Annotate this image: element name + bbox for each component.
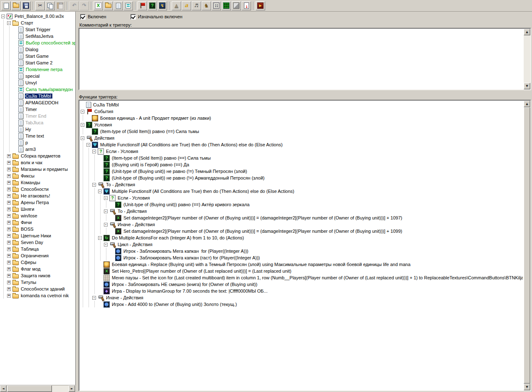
tree-item[interactable]: Time text <box>1 133 75 139</box>
function-node[interactable]: (Item-type of (Sold Item)) равно (==) Си… <box>80 155 523 161</box>
expand-icon[interactable]: + <box>7 187 11 191</box>
collapse-icon[interactable]: - <box>81 123 84 127</box>
functions-scrollbar[interactable] <box>524 101 530 390</box>
tree-item[interactable]: +Магазины и предметы <box>1 166 75 173</box>
tree-item[interactable]: arm3 <box>1 146 75 153</box>
tree-item[interactable]: +Фиксы <box>1 173 75 179</box>
function-node[interactable]: -Иначе - Действия <box>80 294 523 301</box>
collapse-icon[interactable]: - <box>92 150 96 153</box>
trigger-editor-button[interactable] <box>182 1 191 10</box>
horizontal-scrollbar-thumb[interactable] <box>7 385 52 392</box>
tree-item[interactable]: +BOSS <box>1 226 75 232</box>
tree-item[interactable]: APMAGEDDOH <box>1 99 75 106</box>
collapse-icon[interactable]: - <box>104 243 108 247</box>
expand-icon[interactable]: + <box>7 241 11 244</box>
tree-item[interactable]: Выбор способностей зр <box>1 39 75 46</box>
tree-item[interactable]: +Флаг мод <box>1 266 75 272</box>
tree-item[interactable]: SetMasJertva <box>1 33 75 39</box>
function-node[interactable]: -Multiple FunctionsIf (All Conditions ar… <box>80 188 523 195</box>
function-node[interactable]: Боевая единица - A unit Продает предмет … <box>80 115 523 121</box>
expand-icon[interactable]: + <box>7 267 11 271</box>
tree-item[interactable]: +Цветные Ники <box>1 232 75 239</box>
scroll-down-button[interactable] <box>524 83 530 89</box>
tree-item[interactable]: +Таблица <box>1 246 75 252</box>
tree-item[interactable]: +komanda na cvetnoi nik <box>1 292 75 299</box>
collapse-icon[interactable]: - <box>104 223 108 227</box>
import-manager-button[interactable] <box>241 1 251 10</box>
function-node[interactable]: -Действия <box>80 135 523 141</box>
function-node[interactable]: (Unit-type of (Buying unit)) равно (==) … <box>80 201 523 208</box>
tree-item[interactable]: +Ограничения <box>1 252 75 259</box>
new-condition-button[interactable] <box>148 1 157 10</box>
comment-scrollbar[interactable] <box>524 29 530 89</box>
expand-icon[interactable]: + <box>7 294 11 298</box>
tree-item[interactable]: +Защита ников <box>1 272 75 279</box>
tree-item[interactable]: Сила тьмы/армагедон <box>1 86 75 93</box>
tree-item[interactable]: -Старт <box>1 20 75 26</box>
collapse-icon[interactable]: - <box>104 196 108 200</box>
new-trigger-button[interactable] <box>113 1 123 10</box>
terrain-editor-button[interactable] <box>172 1 181 10</box>
tree-item[interactable]: +Способности <box>1 186 75 192</box>
expand-icon[interactable]: + <box>7 281 11 284</box>
sidebar-horizontal-scrollbar[interactable] <box>0 385 76 392</box>
expand-icon[interactable]: + <box>7 214 11 218</box>
tree-item[interactable]: Timer End <box>1 113 75 119</box>
collapse-icon[interactable]: - <box>86 143 90 147</box>
open-button[interactable] <box>11 1 21 10</box>
function-node[interactable]: -Multiple FunctionsIf (All Conditions ar… <box>80 141 523 148</box>
expand-icon[interactable]: + <box>7 194 11 198</box>
collapse-icon[interactable]: - <box>81 136 84 140</box>
function-node[interactable]: -События <box>80 108 523 115</box>
campaign-editor-button[interactable] <box>212 1 221 10</box>
tree-item[interactable]: Unvyl <box>1 79 75 86</box>
function-node[interactable]: -То - Действия <box>80 208 523 214</box>
tree-item[interactable]: +win/lose <box>1 212 75 219</box>
function-node[interactable]: Set Hero_Petro[(Player number of (Owner … <box>80 268 523 274</box>
tree-item[interactable]: special <box>1 73 75 79</box>
tree-item[interactable]: +Способности зданий <box>1 286 75 292</box>
expand-icon[interactable]: + <box>7 201 11 205</box>
function-node[interactable]: -Если - Условия <box>80 195 523 201</box>
scroll-left-button[interactable] <box>0 385 7 392</box>
tree-item[interactable]: Timer <box>1 106 75 113</box>
collapse-icon[interactable]: - <box>92 296 96 300</box>
tree-item[interactable]: Start Trigger <box>1 26 75 33</box>
expand-icon[interactable]: + <box>7 161 11 165</box>
tree-item[interactable]: +Команды <box>1 179 75 186</box>
function-node[interactable]: -То - Действия <box>80 181 523 188</box>
function-node[interactable]: -Do Multiple ActionsFor each (Integer A)… <box>80 234 523 241</box>
function-node[interactable]: -Если - Условия <box>80 148 523 155</box>
tree-item[interactable]: Dialog <box>1 46 75 53</box>
object-editor-button[interactable] <box>202 1 211 10</box>
scroll-right-button[interactable] <box>69 385 75 392</box>
tree-item[interactable]: +Не атаковать! <box>1 192 75 199</box>
function-node[interactable]: CuJla TbMbI <box>80 101 523 108</box>
function-node[interactable]: Игрок - Заблокировать Мега капкан for (P… <box>80 248 523 254</box>
function-node[interactable]: -Иначе - Действия <box>80 221 523 228</box>
new-event-button[interactable] <box>138 1 147 10</box>
copy-button[interactable] <box>45 1 55 10</box>
export-x-button[interactable] <box>94 1 103 10</box>
vertical-scrollbar-thumb[interactable] <box>524 107 530 384</box>
sound-editor-button[interactable] <box>192 1 201 10</box>
tree-item[interactable]: TabJluca <box>1 119 75 126</box>
scroll-down-button[interactable] <box>524 384 530 390</box>
enabled-checkbox-box[interactable] <box>80 14 86 20</box>
tree-item[interactable]: p <box>1 139 75 146</box>
expand-icon[interactable]: + <box>7 227 11 231</box>
collapse-icon[interactable]: - <box>98 190 102 193</box>
tree-item[interactable]: +Сборка предметов <box>1 153 75 159</box>
tree-item[interactable]: Hy <box>1 126 75 133</box>
expand-icon[interactable]: + <box>7 261 11 264</box>
function-node[interactable]: Меню паузы - Set the icon for (Last crea… <box>80 274 523 281</box>
expand-icon[interactable]: + <box>7 234 11 238</box>
tree-item[interactable]: +волк и чак <box>1 159 75 166</box>
new-action-button[interactable] <box>158 1 167 10</box>
tree-item[interactable]: +Фичи <box>1 219 75 226</box>
function-node[interactable]: (Unit-type of (Buying unit)) не равно (!… <box>80 168 523 175</box>
scroll-up-button[interactable] <box>524 101 530 107</box>
ai-editor-button[interactable] <box>222 1 231 10</box>
initially-on-checkbox-box[interactable] <box>131 14 136 20</box>
expand-icon[interactable]: + <box>7 274 11 278</box>
